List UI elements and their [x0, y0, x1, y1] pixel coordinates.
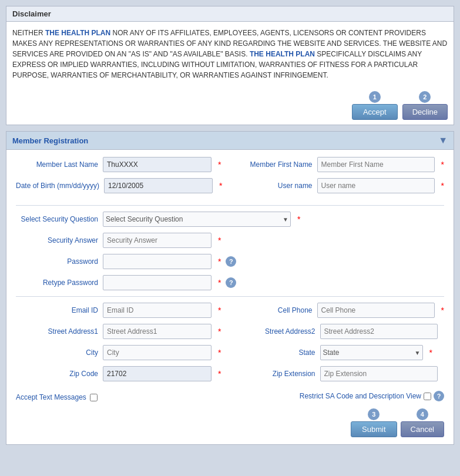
left-col-street1: Street Address1 * — [16, 324, 227, 345]
street1-input[interactable] — [103, 324, 211, 339]
accept-text-label: Accept Text Messages — [16, 393, 86, 401]
accept-button[interactable]: Accept — [352, 104, 398, 120]
submit-step-btn: 3 Submit — [351, 408, 397, 437]
cancel-button[interactable]: Cancel — [401, 421, 444, 437]
submit-button[interactable]: Submit — [351, 421, 397, 437]
disclaimer-text-neither: NEITHER — [12, 29, 43, 37]
zip-input[interactable] — [103, 366, 211, 381]
city-input[interactable] — [103, 345, 211, 360]
right-col-name: Member First Name * — [224, 157, 444, 178]
first-name-label: Member First Name — [230, 160, 313, 169]
member-registration-header: Member Registration ▼ — [6, 132, 454, 150]
restrict-checkbox[interactable] — [424, 393, 431, 400]
password-input[interactable] — [103, 254, 211, 269]
zip-row: Zip Code * Zip Extension — [16, 366, 444, 387]
restrict-group: Restrict SA Code and Description View ? — [300, 391, 444, 401]
cell-phone-label: Cell Phone — [230, 306, 313, 314]
username-input[interactable] — [317, 178, 435, 193]
restrict-label: Restrict SA Code and Description View — [300, 392, 421, 400]
password-row: Password * ? — [16, 254, 444, 269]
decline-button[interactable]: Decline — [402, 104, 448, 120]
city-required: * — [218, 348, 221, 357]
security-answer-input[interactable] — [103, 233, 211, 248]
step4-number: 4 — [417, 408, 428, 420]
last-name-row: Member Last Name * — [16, 157, 224, 172]
member-registration-title: Member Registration — [12, 136, 88, 145]
username-row: User name * — [230, 178, 444, 193]
city-row: City * — [16, 345, 227, 360]
street1-label: Street Address1 — [16, 327, 98, 336]
retype-password-row: Retype Password * ? — [16, 275, 444, 290]
form-body: Member Last Name * Member First Name * — [6, 150, 454, 444]
email-phone-row: Email ID * Cell Phone * — [16, 303, 444, 324]
email-row: Email ID * — [16, 303, 224, 318]
security-question-select[interactable]: Select Security Question — [103, 212, 291, 227]
retype-password-label: Retype Password — [16, 279, 98, 287]
action-buttons-row: 3 Submit 4 Cancel — [16, 404, 444, 437]
left-col-zip: Zip Code * — [16, 366, 227, 387]
disclaimer-health-plan-2: THE HEALTH PLAN — [250, 50, 315, 58]
security-question-row: Select Security Question Select Security… — [16, 212, 444, 227]
step1-number: 1 — [369, 91, 381, 103]
password-info-icon[interactable]: ? — [226, 256, 236, 267]
security-question-required: * — [297, 214, 300, 224]
state-label: State — [233, 348, 315, 357]
form-footer: Accept Text Messages Restrict SA Code an… — [16, 387, 444, 404]
zip-required: * — [218, 369, 221, 378]
right-col-street2: Street Address2 — [227, 324, 445, 345]
right-col-phone: Cell Phone * — [224, 303, 444, 324]
first-name-input[interactable] — [317, 157, 435, 172]
retype-password-required: * — [218, 278, 221, 287]
right-col-zip-ext: Zip Extension — [227, 366, 445, 387]
email-input[interactable] — [103, 303, 211, 318]
accept-text-checkbox[interactable] — [90, 394, 98, 401]
page-wrapper: Disclaimer NEITHER THE HEALTH PLAN NOR A… — [0, 0, 460, 451]
collapse-icon[interactable]: ▼ — [438, 135, 448, 146]
security-answer-required: * — [218, 236, 221, 245]
security-answer-row: Security Answer * — [16, 233, 444, 248]
username-label: User name — [230, 182, 313, 190]
security-question-label: Select Security Question — [16, 215, 98, 223]
last-name-label: Member Last Name — [16, 160, 98, 169]
state-required: * — [429, 348, 432, 357]
street2-row: Street Address2 — [233, 324, 445, 339]
city-state-row: City * State State ▼ * — [16, 345, 444, 366]
retype-password-info-icon[interactable]: ? — [226, 277, 236, 288]
dob-label: Date of Birth (mm/dd/yyyy) — [16, 182, 99, 190]
cell-phone-input[interactable] — [317, 303, 435, 318]
step3-number: 3 — [368, 408, 380, 420]
dob-username-row: Date of Birth (mm/dd/yyyy) * User name * — [16, 178, 444, 199]
zip-label: Zip Code — [16, 370, 98, 378]
security-answer-label: Security Answer — [16, 236, 98, 244]
city-label: City — [16, 348, 98, 357]
last-name-input[interactable] — [103, 157, 211, 172]
cancel-step-btn: 4 Cancel — [401, 408, 444, 437]
zip-ext-input[interactable] — [320, 366, 438, 381]
disclaimer-header: Disclaimer — [6, 6, 454, 22]
username-required: * — [441, 181, 444, 190]
security-question-select-wrapper: Select Security Question ▼ — [103, 212, 291, 227]
decline-step-btn: 2 Decline — [402, 91, 448, 120]
retype-password-input[interactable] — [103, 275, 211, 290]
state-select[interactable]: State — [320, 345, 423, 360]
left-col-name: Member Last Name * — [16, 157, 224, 178]
disclaimer-health-plan-1: THE HEALTH PLAN — [45, 29, 110, 37]
first-name-required: * — [441, 160, 444, 169]
member-registration-section: Member Registration ▼ Member Last Name *… — [6, 131, 454, 445]
right-col-state: State State ▼ * — [227, 345, 445, 366]
zip-ext-row: Zip Extension — [233, 366, 445, 381]
email-label: Email ID — [16, 306, 98, 314]
right-col-username: User name * — [224, 178, 444, 199]
street1-row: Street Address1 * — [16, 324, 227, 339]
zip-ext-label: Zip Extension — [233, 370, 315, 378]
restrict-info-icon[interactable]: ? — [434, 391, 444, 401]
state-row: State State ▼ * — [233, 345, 445, 360]
name-row: Member Last Name * Member First Name * — [16, 157, 444, 178]
street2-input[interactable] — [320, 324, 438, 339]
accept-text-group: Accept Text Messages — [16, 393, 98, 401]
dob-row: Date of Birth (mm/dd/yyyy) * — [16, 178, 224, 193]
dob-required: * — [219, 181, 222, 190]
left-col-city: City * — [16, 345, 227, 366]
email-required: * — [218, 306, 221, 315]
dob-input[interactable] — [104, 178, 213, 193]
